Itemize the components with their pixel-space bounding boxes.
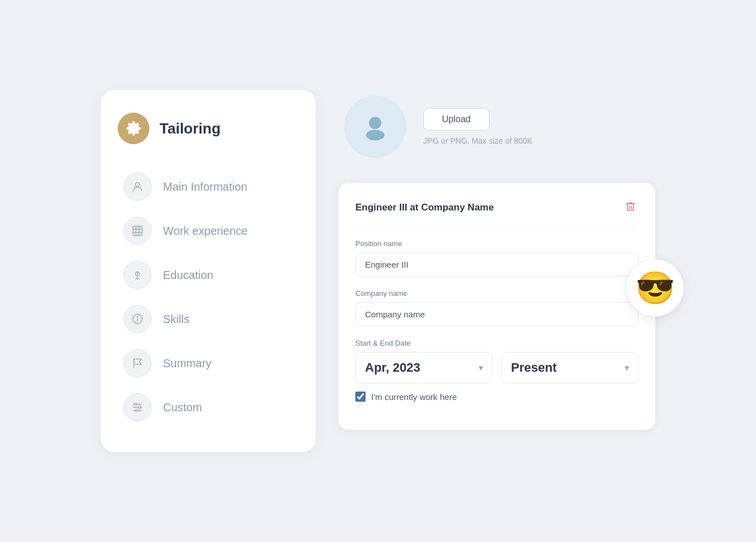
gear-icon — [118, 113, 149, 144]
date-range-label: Start & End Date — [355, 339, 638, 347]
emoji-decoration: 😎 — [627, 260, 684, 316]
building-icon — [123, 217, 152, 245]
svg-point-16 — [135, 410, 138, 412]
sidebar-title: Tailoring — [160, 120, 221, 137]
position-name-label: Position name — [355, 239, 638, 248]
sidebar-item-label: Work experience — [163, 225, 248, 238]
sidebar-header: Tailoring — [118, 113, 299, 144]
svg-point-15 — [139, 406, 141, 408]
person-icon — [123, 173, 152, 201]
sidebar-item-label: Summary — [163, 357, 212, 370]
sidebar-item-label: Skills — [163, 313, 190, 326]
delete-button[interactable] — [622, 199, 638, 216]
upload-button[interactable]: Upload — [423, 108, 489, 131]
main-content: Upload JPG or PNG. Max size of 800K Engi… — [338, 90, 655, 430]
sidebar-item-label: Custom — [163, 401, 202, 414]
svg-point-0 — [135, 183, 139, 187]
date-range-group: Start & End Date Apr, 2023 ▾ Present ▾ I… — [355, 339, 638, 402]
form-card-header: Engineer III at Company Name — [355, 199, 638, 226]
svg-point-14 — [135, 403, 137, 406]
upload-area: Upload JPG or PNG. Max size of 800K — [338, 90, 655, 169]
sidebar: Tailoring Main Information — [101, 90, 316, 452]
certificate-icon — [123, 261, 152, 289]
avatar — [344, 96, 406, 158]
start-date-select[interactable]: Apr, 2023 ▾ — [355, 352, 492, 384]
end-date-value: Present — [511, 360, 557, 375]
sidebar-item-work-experience[interactable]: Work experience — [118, 209, 299, 253]
svg-rect-1 — [133, 226, 143, 236]
sliders-icon — [123, 393, 152, 421]
form-card: Engineer III at Company Name Position na… — [338, 183, 655, 430]
sidebar-item-main-info[interactable]: Main Information — [118, 165, 299, 209]
currently-working-row: I'm currently work here — [355, 392, 638, 402]
sidebar-item-education[interactable]: Education — [118, 253, 299, 297]
company-name-input[interactable] — [355, 302, 638, 326]
sidebar-item-custom[interactable]: Custom — [118, 385, 299, 429]
sidebar-item-label: Education — [163, 269, 213, 282]
form-card-title: Engineer III at Company Name — [355, 202, 494, 213]
start-date-chevron-icon: ▾ — [479, 363, 483, 372]
position-name-input[interactable] — [355, 252, 638, 277]
upload-hint: JPG or PNG. Max size of 800K — [423, 136, 532, 145]
start-date-value: Apr, 2023 — [365, 360, 420, 375]
currently-working-label[interactable]: I'm currently work here — [371, 392, 457, 402]
position-name-group: Position name — [355, 239, 638, 277]
svg-point-9 — [137, 317, 138, 317]
sidebar-item-label: Main Information — [163, 180, 247, 193]
currently-working-checkbox[interactable] — [355, 392, 366, 402]
svg-point-17 — [369, 117, 381, 129]
svg-point-18 — [366, 130, 384, 140]
sidebar-item-summary[interactable]: Summary — [118, 341, 299, 385]
company-name-group: Company name — [355, 289, 638, 326]
end-date-select[interactable]: Present ▾ — [501, 352, 638, 384]
company-name-label: Company name — [355, 289, 638, 298]
date-row: Apr, 2023 ▾ Present ▾ — [355, 352, 638, 384]
upload-info: Upload JPG or PNG. Max size of 800K — [423, 108, 532, 145]
info-circle-icon — [123, 305, 152, 333]
end-date-chevron-icon: ▾ — [625, 363, 629, 372]
sidebar-item-skills[interactable]: Skills — [118, 297, 299, 341]
flag-icon — [123, 349, 152, 377]
